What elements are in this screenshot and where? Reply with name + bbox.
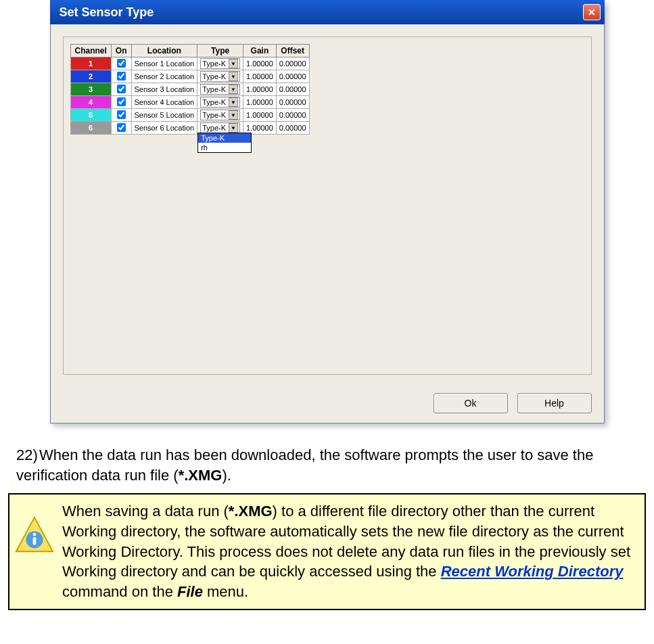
sensor-type-dialog: Set Sensor Type ✕ Channel On Location Ty… [50,0,605,423]
info-icon [14,515,55,557]
offset-cell[interactable]: 0.00000 [276,96,309,109]
dropdown-option[interactable]: rh [198,143,251,152]
table-row: 3 Sensor 3 Location Type-K ▼ 1.00000 0.0… [70,83,309,96]
type-cell: Type-K ▼ [197,70,243,83]
svg-point-2 [33,533,37,536]
type-select[interactable]: Type-K ▼ [200,84,240,95]
on-cell [111,109,131,122]
ok-button[interactable]: Ok [434,393,508,413]
offset-cell[interactable]: 0.00000 [276,70,309,83]
dropdown-arrow-icon: ▼ [229,110,238,120]
offset-cell[interactable]: 0.00000 [276,58,309,70]
channel-swatch: 5 [70,109,111,122]
type-cell: Type-K ▼ [197,109,243,122]
on-cell [111,58,131,70]
channel-swatch: 2 [70,70,111,83]
dropdown-arrow-icon: ▼ [229,72,238,81]
location-cell[interactable]: Sensor 2 Location [131,70,197,83]
table-row: 4 Sensor 4 Location Type-K ▼ 1.00000 0.0… [70,96,309,109]
table-header-row: Channel On Location Type Gain Offset [70,45,309,58]
type-value: Type-K [202,85,226,93]
location-cell[interactable]: Sensor 1 Location [131,58,197,70]
type-dropdown-list[interactable]: Type-K rh [197,133,252,153]
dropdown-arrow-icon: ▼ [229,123,238,133]
col-channel: Channel [70,45,111,58]
gain-cell[interactable]: 1.00000 [243,58,277,70]
info-note-box: When saving a data run (*.XMG) to a diff… [8,493,646,610]
location-cell[interactable]: Sensor 4 Location [131,96,197,109]
close-icon: ✕ [588,7,596,18]
dialog-button-row: Ok Help [434,393,592,413]
on-checkbox[interactable] [117,85,126,93]
dialog-body: Channel On Location Type Gain Offset 1 S… [50,24,605,423]
type-cell: Type-K ▼ [197,83,243,96]
gain-cell[interactable]: 1.00000 [243,83,277,96]
recent-working-directory-link[interactable]: Recent Working Directory [441,563,624,580]
col-on: On [111,45,131,58]
note-text: When saving a data run (*.XMG) to a diff… [62,501,636,601]
on-cell [111,122,131,135]
step-number: 22) [16,445,39,465]
gain-cell[interactable]: 1.00000 [243,109,277,122]
table-row: 5 Sensor 5 Location Type-K ▼ 1.00000 0.0… [70,109,309,122]
location-cell[interactable]: Sensor 3 Location [131,83,197,96]
table-row: 2 Sensor 2 Location Type-K ▼ 1.00000 0.0… [70,70,309,83]
dropdown-arrow-icon: ▼ [229,59,238,68]
gain-cell[interactable]: 1.00000 [243,96,277,109]
close-button[interactable]: ✕ [583,4,601,20]
channel-swatch: 4 [70,96,111,109]
type-select[interactable]: Type-K ▼ [200,110,240,120]
channel-swatch: 3 [70,83,111,96]
type-cell: Type-K ▼ [197,96,243,109]
type-select[interactable]: Type-K ▼ [200,71,240,82]
type-select[interactable]: Type-K ▼ [200,97,240,108]
dialog-title: Set Sensor Type [60,5,154,20]
dropdown-arrow-icon: ▼ [229,97,238,107]
on-checkbox[interactable] [117,59,126,68]
on-cell [111,83,131,96]
channel-panel: Channel On Location Type Gain Offset 1 S… [63,37,592,375]
channel-swatch: 6 [70,122,111,135]
location-cell[interactable]: Sensor 6 Location [131,122,197,135]
type-value: Type-K [202,72,226,80]
dropdown-arrow-icon: ▼ [229,85,238,94]
type-value: Type-K [202,60,226,68]
on-checkbox[interactable] [117,72,126,80]
channel-swatch: 1 [70,58,111,70]
svg-rect-3 [33,537,37,545]
on-cell [111,96,131,109]
col-location: Location [131,45,197,58]
on-cell [111,70,131,83]
dialog-titlebar: Set Sensor Type ✕ [50,0,605,24]
type-select[interactable]: Type-K ▼ [200,58,240,69]
on-checkbox[interactable] [117,110,126,119]
gain-cell[interactable]: 1.00000 [243,70,277,83]
type-cell: Type-K ▼ Type-K rh ↖ [197,122,243,135]
type-cell: Type-K ▼ [197,58,243,70]
type-value: Type-K [202,124,226,132]
type-value: Type-K [202,98,226,106]
offset-cell[interactable]: 0.00000 [276,83,309,96]
col-gain: Gain [243,45,277,58]
offset-cell[interactable]: 0.00000 [276,122,309,135]
col-offset: Offset [276,45,309,58]
help-button[interactable]: Help [517,393,592,413]
type-value: Type-K [202,111,226,119]
col-type: Type [197,45,243,58]
on-checkbox[interactable] [117,123,126,132]
offset-cell[interactable]: 0.00000 [276,109,309,122]
channel-table: Channel On Location Type Gain Offset 1 S… [70,44,310,135]
step-body: When the data run has been downloaded, t… [16,446,593,484]
dropdown-option-selected[interactable]: Type-K [198,133,251,143]
step-paragraph: 22)When the data run has been downloaded… [0,437,654,489]
table-row: 6 Sensor 6 Location Type-K ▼ Type-K rh [70,122,309,135]
on-checkbox[interactable] [117,97,126,106]
type-select[interactable]: Type-K ▼ [200,122,240,133]
location-cell[interactable]: Sensor 5 Location [131,109,197,122]
table-row: 1 Sensor 1 Location Type-K ▼ 1.00000 0.0… [70,58,309,70]
